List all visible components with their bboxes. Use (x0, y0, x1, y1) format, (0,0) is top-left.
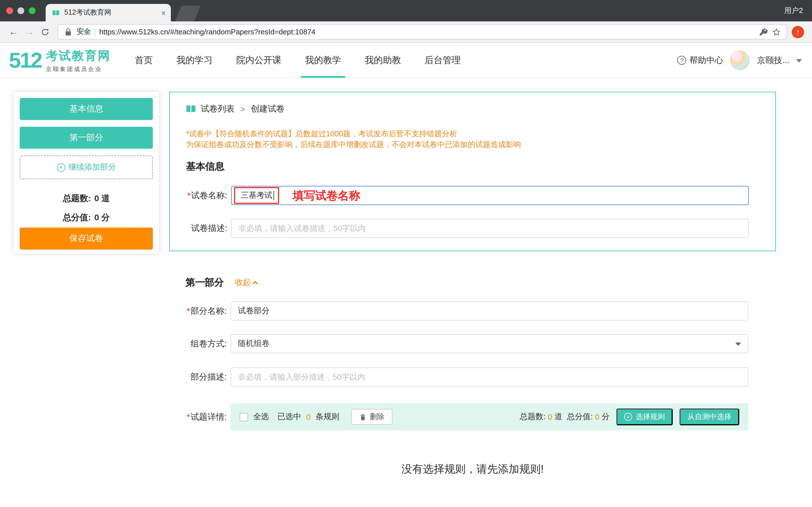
key-icon[interactable] (759, 27, 768, 36)
screen: 512考试教育网 × 用户2 ← → 安全 https://www.512ks.… (0, 0, 812, 507)
plus-icon: + (57, 163, 65, 172)
paper-desc-label: 试卷描述: (170, 219, 227, 238)
total-questions-value: 0 道 (94, 193, 110, 204)
selected-prefix: 已选中 (277, 412, 301, 422)
select-from-self-test-button[interactable]: 从自测中选择 (679, 408, 739, 425)
site-header: 512 考试教育网 京颐集团成员企业 首页 我的学习 院内公开课 我的教学 我的… (0, 43, 812, 78)
address-bar[interactable]: 安全 https://www.512ks.cn/#/teaching/rando… (57, 24, 787, 40)
plus-icon: + (624, 413, 632, 421)
paper-outline-panel: 基本信息 第一部分 + 继续添加部分 总题数: 0 道 总分值: 0 分 保存试… (13, 92, 159, 253)
part-desc-input[interactable] (231, 367, 748, 386)
browser-toolbar: ← → 安全 https://www.512ks.cn/#/teaching/r… (0, 21, 812, 43)
omnibox-divider (95, 27, 95, 36)
new-tab-button[interactable] (175, 6, 201, 21)
add-part-button[interactable]: + 继续添加部分 (20, 156, 153, 179)
sidebar-item-part-one[interactable]: 第一部分 (20, 127, 153, 149)
basic-info-title: 基本信息 (186, 160, 224, 173)
select-all-label[interactable]: 全选 (253, 412, 269, 422)
paper-desc-input[interactable] (231, 219, 749, 238)
selected-suffix: 条规则 (316, 412, 340, 422)
sidebar-item-basic-info[interactable]: 基本信息 (20, 98, 153, 120)
part-name-label: *部分名称: (169, 301, 227, 321)
toolbar-right: 总题数: 0 道 总分值: 0 分 + 选择规则 从自测中选择 (520, 408, 739, 425)
avatar[interactable] (730, 50, 750, 70)
browser-titlebar: 512考试教育网 × 用户2 (0, 0, 812, 21)
warning-line-2: 为保证组卷成功及分数不受影响，后续在题库中增删改试题，不会对本试卷中已添加的试题… (186, 139, 758, 150)
add-rule-button[interactable]: + 选择规则 (616, 408, 673, 425)
nav-item-home[interactable]: 首页 (123, 43, 165, 78)
reload-button[interactable] (37, 27, 53, 36)
part-one-section: 第一部分 收起 *部分名称: 组卷方式: 随机组卷 部分描述: *试题详情: 全… (169, 270, 776, 507)
url-text[interactable]: https://www.512ks.cn/#/teaching/randomPa… (99, 27, 755, 36)
toolbar-total-questions: 总题数: 0 道 (520, 412, 562, 422)
assemble-mode-select[interactable]: 随机组卷 (231, 334, 748, 353)
assemble-mode-label: 组卷方式: (169, 334, 227, 353)
add-rule-label: 选择规则 (636, 412, 665, 422)
rules-toolbar: 全选 已选中 0 条规则 删除 总题数: 0 道 总分值: 0 分 (231, 403, 748, 431)
site-logo[interactable]: 512 考试教育网 京颐集团成员企业 (9, 43, 123, 78)
add-part-label: 继续添加部分 (68, 162, 116, 172)
paper-name-value: 三基考试 (241, 190, 272, 201)
help-label: 帮助中心 (689, 55, 723, 66)
total-score-label: 总分值: (63, 212, 91, 223)
window-close-button[interactable] (6, 7, 13, 14)
main-nav: 首页 我的学习 院内公开课 我的教学 我的助教 后台管理 (123, 43, 472, 78)
lock-icon (64, 27, 73, 36)
paper-name-label: *试卷名称: (170, 186, 227, 205)
breadcrumb-current: 创建试卷 (251, 104, 285, 114)
total-score-value: 0 分 (94, 212, 110, 223)
browser-profile-label[interactable]: 用户2 (784, 0, 803, 21)
toolbar-total-score: 总分值: 0 分 (567, 412, 610, 422)
bookmark-star-icon[interactable] (772, 27, 781, 36)
trash-icon (359, 413, 366, 420)
back-button[interactable]: ← (6, 26, 21, 38)
nav-item-my-assistant[interactable]: 我的助教 (353, 43, 413, 78)
self-test-label: 从自测中选择 (688, 412, 731, 422)
paper-list-icon (186, 104, 196, 114)
chevron-down-icon (735, 342, 741, 348)
breadcrumb: 试卷列表 > 创建试卷 (186, 104, 285, 114)
warning-message: *试卷中【符合随机条件的试题】总数超过1000题，考试发布后暂不支持错题分析 为… (186, 128, 758, 150)
nav-item-my-teaching[interactable]: 我的教学 (293, 43, 353, 78)
text-caret (273, 191, 274, 200)
delete-label: 删除 (370, 412, 385, 422)
total-score: 总分值: 0 分 (13, 212, 159, 223)
total-questions: 总题数: 0 道 (13, 193, 159, 204)
logo-subtitle: 京颐集团成员企业 (46, 65, 111, 73)
header-right: ? 帮助中心 京颐技... (677, 43, 802, 78)
account-caret-icon[interactable] (796, 59, 802, 65)
nav-item-my-learning[interactable]: 我的学习 (165, 43, 224, 78)
save-paper-button[interactable]: 保存试卷 (20, 228, 153, 249)
tab-close-icon[interactable]: × (161, 9, 166, 17)
help-center-link[interactable]: ? 帮助中心 (677, 55, 723, 66)
browser-tab[interactable]: 512考试教育网 × (46, 4, 171, 21)
security-label: 安全 (77, 27, 91, 37)
paper-name-input[interactable]: 三基考试 填写试卷名称 (231, 186, 749, 205)
empty-rules-message: 没有选择规则，请先添加规则! (169, 462, 776, 476)
logo-512-mark: 512 (9, 50, 42, 71)
window-zoom-button[interactable] (29, 7, 36, 14)
part-name-input[interactable] (231, 301, 748, 321)
delete-rule-button[interactable]: 删除 (351, 409, 393, 425)
part-desc-label: 部分描述: (169, 367, 227, 386)
window-controls (6, 7, 36, 14)
collapse-link[interactable]: 收起 (235, 277, 257, 288)
basic-info-card: 试卷列表 > 创建试卷 *试卷中【符合随机条件的试题】总数超过1000题，考试发… (169, 92, 776, 251)
help-icon: ? (677, 56, 687, 65)
logo-name: 考试教育网 (46, 48, 111, 63)
select-all-checkbox[interactable] (240, 413, 248, 421)
account-name[interactable]: 京颐技... (757, 55, 790, 66)
nav-item-open-courses[interactable]: 院内公开课 (224, 43, 293, 78)
window-minimize-button[interactable] (17, 7, 24, 14)
required-asterisk: * (187, 306, 190, 316)
question-detail-label: *试题详情: (169, 407, 227, 427)
nav-item-admin[interactable]: 后台管理 (413, 43, 472, 78)
selected-count: 0 (306, 412, 311, 421)
paper-name-highlight-box: 三基考试 (234, 187, 279, 204)
chevron-up-icon (252, 281, 258, 286)
extension-icon[interactable]: ↑ (792, 25, 804, 38)
part-title: 第一部分 (186, 276, 224, 289)
breadcrumb-root[interactable]: 试卷列表 (201, 104, 235, 114)
forward-button: → (21, 26, 37, 38)
annotation-text: 填写试卷名称 (293, 188, 360, 203)
